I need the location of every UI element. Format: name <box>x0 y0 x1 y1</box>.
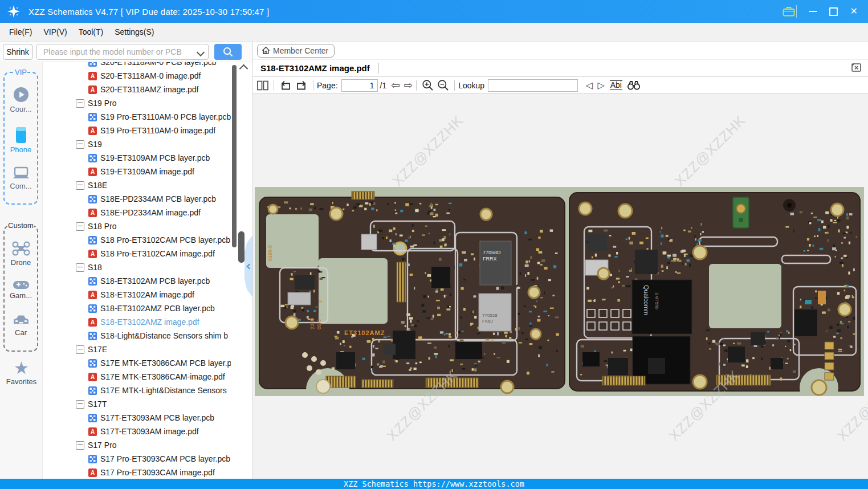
tree-file-row[interactable]: S18-Light&Distance Sensors shim b <box>43 329 252 343</box>
find-previous-icon[interactable]: ◁ <box>586 81 593 90</box>
tree-file-row[interactable]: AS17T-ET3093AM image.pdf <box>43 425 252 438</box>
collapse-toggle-icon[interactable] <box>76 181 84 190</box>
tree-file-row[interactable]: S19 Pro-ET3110AM-0 PCB layer.pcb <box>43 110 252 124</box>
svg-text:ET3102AMZ: ET3102AMZ <box>344 329 385 336</box>
window-title: XZZ Schematics V4.77 [ VIP Due date: 202… <box>28 7 269 17</box>
minimize-button[interactable] <box>809 11 817 12</box>
tree-group-row[interactable]: S17T <box>43 397 252 411</box>
match-case-icon[interactable]: Abi <box>610 80 622 90</box>
member-center-button[interactable]: Member Center <box>257 44 335 58</box>
menu-tool[interactable]: Tool(T) <box>73 27 109 36</box>
sidebar-item-phone[interactable]: Phone <box>5 127 37 154</box>
rotate-right-icon[interactable] <box>295 80 308 91</box>
tab-document[interactable]: S18-ET3102AMZ image.pdf <box>260 63 370 73</box>
pcb-file-icon <box>88 154 97 162</box>
tree-file-row[interactable]: S17E MTK-Light&Distance Sensors <box>43 384 252 397</box>
svg-text:FRRX: FRRX <box>483 256 497 262</box>
close-tab-icon[interactable] <box>851 63 861 72</box>
tree-item-label: S19-ET3109AM PCB layer.pcb <box>100 153 210 162</box>
menu-settings[interactable]: Settings(S) <box>109 27 160 36</box>
toolbox-icon[interactable] <box>783 6 795 17</box>
tree-scrollbar-thumb[interactable] <box>232 65 237 247</box>
tree-item-label: S17 Pro-ET3093CAM image.pdf <box>100 468 215 477</box>
tree-file-row[interactable]: AS19 Pro-ET3110AM-0 image.pdf <box>43 124 252 137</box>
tree-file-row[interactable]: AS19-ET3109AM image.pdf <box>43 165 252 178</box>
car-icon <box>12 314 30 327</box>
pcb-file-icon <box>88 113 97 121</box>
tree-item-label: S17E MTK-ET3086CAM-image.pdf <box>100 372 225 381</box>
tree-group-row[interactable]: S19 Pro <box>43 96 252 110</box>
tree-file-row[interactable]: AS18 Pro-ET3102CAM image.pdf <box>43 247 252 260</box>
tree-group-row[interactable]: S19 <box>43 137 252 151</box>
collapse-toggle-icon[interactable] <box>76 441 84 450</box>
next-page-icon[interactable]: ⇨ <box>404 80 413 91</box>
panel-scrollbar-thumb[interactable] <box>238 231 244 263</box>
tree-group-row[interactable]: S18E <box>43 178 252 192</box>
prev-page-icon[interactable]: ⇦ <box>391 80 400 91</box>
collapse-toggle-icon[interactable] <box>76 99 84 108</box>
menu-file[interactable]: File(F) <box>0 27 38 36</box>
search-input[interactable] <box>42 47 194 57</box>
pdf-file-icon: A <box>88 85 97 94</box>
page-total: /1 <box>380 81 387 90</box>
menu-vip[interactable]: VIP(V) <box>38 27 72 36</box>
tree-file-row[interactable]: AS18-ET3102AMZ image.pdf <box>43 315 252 329</box>
binoculars-search-icon[interactable] <box>627 80 641 90</box>
tree-group-row[interactable]: S18 Pro <box>43 219 252 233</box>
play-circle-icon <box>13 86 30 103</box>
pdf-viewer-canvas[interactable]: 77058D FRRX 770528 FK6J <box>253 94 868 479</box>
rotate-left-icon[interactable] <box>279 80 292 91</box>
zoom-out-icon[interactable] <box>437 79 449 91</box>
tree-item-label: S19 <box>88 140 102 149</box>
tree-file-row[interactable]: S18-ET3102AM PCB layer.pcb <box>43 274 252 288</box>
model-search-field[interactable] <box>36 44 209 60</box>
menubar: File(F) VIP(V) Tool(T) Settings(S) <box>0 23 868 42</box>
sidebar-item-drone[interactable]: Drone <box>5 241 37 267</box>
collapse-toggle-icon[interactable] <box>76 222 84 231</box>
lookup-input[interactable] <box>488 79 578 92</box>
tree-file-row[interactable]: S17 Pro-ET3093CAM PCB layer.pcb <box>43 452 252 466</box>
sidebar-item-favorites[interactable]: ★ Favorites <box>0 360 43 386</box>
tree-file-row[interactable]: S18 Pro-ET3102CAM PCB layer.pcb <box>43 233 252 247</box>
tree-file-row[interactable]: AS20-ET3118AM-0 image.pdf <box>43 69 252 83</box>
shrink-button[interactable]: Shrink <box>3 44 32 60</box>
tree-file-row[interactable]: S17T-ET3093AM PCB layer.pcb <box>43 411 252 425</box>
app-logo-icon <box>7 5 21 18</box>
tree-group-row[interactable]: S18 <box>43 260 252 274</box>
svg-text:FK6J: FK6J <box>482 319 493 324</box>
close-button[interactable]: ✕ <box>850 7 858 16</box>
statusbar-text: XZZ Schematics https://www.xzztools.com <box>344 479 524 488</box>
pcb-file-icon <box>88 62 97 67</box>
sidebar-item-game[interactable]: Gam... <box>5 280 37 300</box>
collapse-toggle-icon[interactable] <box>76 400 84 409</box>
tree-file-row[interactable]: S18E-PD2334AM PCB layer.pcb <box>43 192 252 206</box>
maximize-button[interactable] <box>829 7 838 16</box>
two-page-view-icon[interactable] <box>257 80 268 91</box>
tree-file-row[interactable]: S17E MTK-ET3086CAM PCB layer.pcb <box>43 356 252 370</box>
collapse-toggle-icon[interactable] <box>76 345 84 354</box>
tree-file-row[interactable]: S19-ET3109AM PCB layer.pcb <box>43 151 252 165</box>
sidebar-item-car[interactable]: Car <box>5 314 37 337</box>
sidebar-item-computer[interactable]: Com... <box>5 166 37 190</box>
collapse-toggle-icon[interactable] <box>76 140 84 149</box>
collapse-toggle-icon[interactable] <box>76 263 84 272</box>
chevron-down-icon[interactable] <box>197 48 205 56</box>
tree-item-label: S17E MTK-Light&Distance Sensors <box>100 386 227 395</box>
search-button[interactable] <box>214 44 242 60</box>
tree-file-row[interactable]: AS17E MTK-ET3086CAM-image.pdf <box>43 370 252 384</box>
find-next-icon[interactable]: ▷ <box>597 81 604 90</box>
tree-item-label: S18E-PD2334AM PCB layer.pcb <box>100 194 216 203</box>
zoom-in-icon[interactable] <box>422 79 434 91</box>
tree-file-row[interactable]: S20-ET3118AM-0 PCB layer.pcb <box>43 62 252 69</box>
tree-file-row[interactable]: AS18-ET3102AM image.pdf <box>43 288 252 301</box>
tree-file-row[interactable]: AS17 Pro-ET3093CAM image.pdf <box>43 466 252 479</box>
tree-group-row[interactable]: S17 Pro <box>43 438 252 452</box>
page-number-input[interactable] <box>341 79 378 92</box>
right-board: Qualcomm SM7550 <box>569 193 860 396</box>
tree-item-label: S18-ET3102AMZ PCB layer.pcb <box>100 304 215 313</box>
tree-file-row[interactable]: AS20-ET3118AMZ image.pdf <box>43 83 252 96</box>
tree-group-row[interactable]: S17E <box>43 343 252 356</box>
sidebar-item-course[interactable]: Cour... <box>5 86 37 113</box>
tree-file-row[interactable]: AS18E-PD2334AM image.pdf <box>43 206 252 219</box>
tree-file-row[interactable]: S18-ET3102AMZ PCB layer.pcb <box>43 301 252 315</box>
